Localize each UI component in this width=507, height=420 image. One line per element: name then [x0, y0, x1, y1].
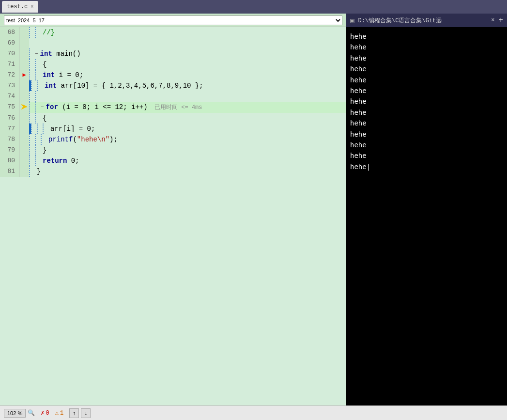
file-selector[interactable]: test_2024_5_17 [4, 16, 342, 25]
line-number: 68 [0, 27, 19, 38]
line-number: 79 [0, 145, 19, 156]
gutter[interactable] [19, 27, 29, 38]
code-text: arr[i] = 0; [48, 124, 95, 134]
gutter[interactable] [19, 156, 29, 166]
terminal-line: hehe [350, 129, 503, 140]
terminal-line: hehe [350, 107, 503, 118]
line-number: 73 [0, 80, 19, 91]
code-text: for (i = 0; i <= 12; i++) 已用时间 <= 4ms [44, 102, 202, 113]
status-errors: ✗ 0 [41, 409, 49, 417]
indent-markers [29, 70, 41, 80]
code-line: 79} [0, 145, 346, 156]
status-nav: ↑ ↓ [69, 408, 91, 418]
terminal-line: hehe [350, 31, 503, 42]
gutter[interactable] [19, 134, 29, 145]
code-line: 77arr[i] = 0; [0, 124, 346, 134]
terminal-icon: ▣ [350, 16, 354, 25]
gutter[interactable] [19, 59, 29, 70]
code-line: 75⮞−for (i = 0; i <= 12; i++) 已用时间 <= 4m… [0, 102, 346, 113]
code-text: int i = 0; [41, 70, 83, 80]
indent-markers [31, 124, 48, 134]
indent-markers [29, 113, 41, 124]
line-number: 72 [0, 70, 19, 80]
indent-markers [31, 80, 43, 91]
status-warnings: ⚠ 1 [55, 409, 63, 417]
gutter[interactable] [19, 48, 29, 59]
file-tab[interactable]: test.c × [2, 1, 38, 13]
terminal-line: hehe [350, 53, 503, 63]
gutter[interactable] [19, 38, 29, 48]
terminal-line: hehe [350, 42, 503, 52]
terminal-line: hehe [350, 63, 503, 74]
code-line: 78printf("hehe\n"); [0, 134, 346, 145]
line-number: 70 [0, 48, 19, 59]
code-line: 76{ [0, 113, 346, 124]
zoom-button[interactable]: 102 % [4, 409, 26, 418]
terminal-body[interactable]: hehehehehehehehehehehehehehehehehehehehe… [346, 27, 507, 405]
collapse-button[interactable]: − [35, 48, 38, 59]
indent-markers [29, 27, 41, 38]
tab-label: test.c [7, 3, 28, 10]
title-bar: test.c × [0, 0, 507, 14]
collapse-button[interactable]: − [41, 102, 44, 113]
indent-markers [29, 102, 41, 113]
tab-close-button[interactable]: × [31, 4, 33, 10]
warning-icon: ⚠ [55, 409, 59, 417]
gutter[interactable] [19, 80, 29, 91]
code-line: 81} [0, 166, 346, 177]
line-number: 78 [0, 134, 19, 145]
gutter[interactable]: ▶ [19, 70, 29, 80]
terminal-add-button[interactable]: + [498, 16, 503, 25]
terminal-line: hehe [350, 140, 503, 150]
terminal-close-button[interactable]: × [491, 17, 494, 24]
code-line: 72▶int i = 0; [0, 70, 346, 80]
gutter[interactable] [19, 124, 29, 134]
line-number: 74 [0, 91, 19, 102]
terminal-header: ▣ D:\编程合集\C语言合集\Git远 × + [346, 14, 507, 27]
code-line: 70−int main() [0, 48, 346, 59]
terminal-area: ▣ D:\编程合集\C语言合集\Git远 × + heheheheheheheh… [346, 14, 507, 405]
indent-markers [29, 48, 35, 59]
code-text: return 0; [41, 156, 79, 166]
gutter[interactable]: ⮞ [19, 102, 29, 113]
code-text [41, 91, 43, 102]
terminal-line: hehe [350, 75, 503, 85]
line-number: 80 [0, 156, 19, 166]
code-line: 80return 0; [0, 156, 346, 166]
code-text: { [41, 59, 46, 70]
error-count: 0 [46, 410, 49, 417]
line-number: 71 [0, 59, 19, 70]
gutter[interactable] [19, 91, 29, 102]
code-text: { [41, 113, 46, 124]
code-content[interactable]: 68//}6970−int main()71{72▶int i = 0;73in… [0, 27, 346, 405]
indent-markers [29, 156, 41, 166]
gutter[interactable] [19, 145, 29, 156]
gutter[interactable] [19, 113, 29, 124]
status-bar: 102 % 🔍 ✗ 0 ⚠ 1 ↑ ↓ [0, 405, 507, 420]
terminal-line: hehe [350, 161, 503, 172]
terminal-line: hehe [350, 150, 503, 161]
code-line: 68//} [0, 27, 346, 38]
line-number: 76 [0, 113, 19, 124]
timing-label: 已用时间 <= 4ms [148, 104, 202, 111]
code-line: 74 [0, 91, 346, 102]
nav-down-button[interactable]: ↓ [81, 408, 91, 418]
code-text: int main() [38, 48, 81, 59]
error-icon: ✗ [41, 409, 44, 417]
indent-markers [29, 134, 46, 145]
nav-up-button[interactable]: ↑ [69, 408, 79, 418]
code-text: int arr[10] = { 1,2,3,4,5,6,7,8,9,10 }; [43, 80, 203, 91]
code-text: //} [41, 27, 55, 38]
code-line: 73int arr[10] = { 1,2,3,4,5,6,7,8,9,10 }… [0, 80, 346, 91]
line-number: 77 [0, 124, 19, 134]
terminal-line: hehe [350, 85, 503, 96]
status-zoom: 102 % 🔍 [4, 409, 35, 418]
code-text: } [35, 166, 41, 177]
indent-markers [29, 166, 35, 177]
gutter[interactable] [19, 166, 29, 177]
line-number: 75 [0, 102, 19, 113]
code-line: 69 [0, 38, 346, 48]
indent-markers [29, 145, 41, 156]
code-editor: test_2024_5_17 68//}6970−int main()71{72… [0, 14, 346, 405]
indent-markers [29, 91, 41, 102]
